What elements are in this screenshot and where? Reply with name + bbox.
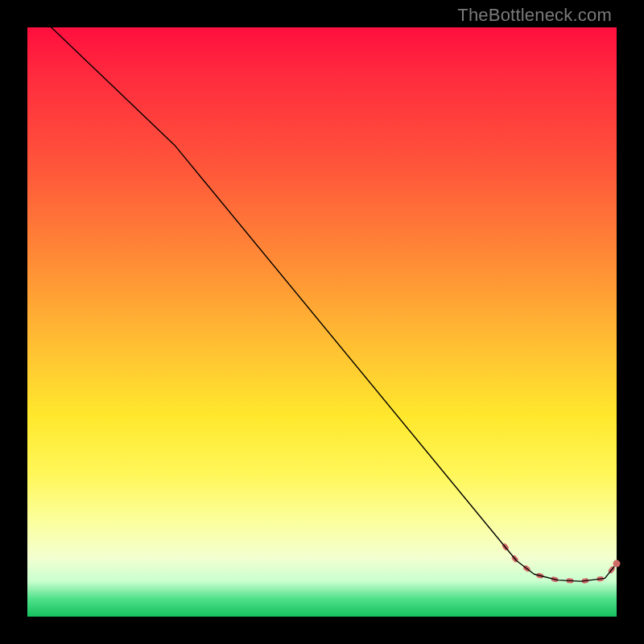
- chart-end-marker: [613, 560, 621, 568]
- chart-main-curve: [39, 15, 617, 581]
- chart-dotted-segment: [505, 546, 617, 581]
- chart-overlay: [27, 27, 617, 617]
- chart-frame: TheBottleneck.com: [0, 0, 644, 644]
- watermark-text: TheBottleneck.com: [457, 5, 612, 26]
